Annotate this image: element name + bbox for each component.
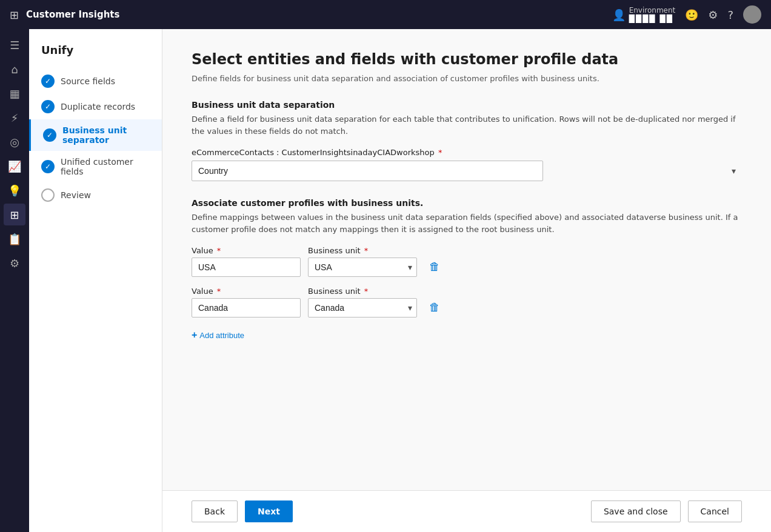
- sidebar-step-unified-fields[interactable]: ✓ Unified customer fields: [29, 151, 162, 182]
- associate-section-title: Associate customer profiles with busines…: [192, 198, 742, 208]
- page-title: Select entities and fields with customer…: [192, 51, 742, 68]
- unit-required-star-2: *: [364, 287, 369, 296]
- body-layout: ☰ ⌂ ▦ ⚡ ◎ 📈 💡 ⊞ 📋 ⚙ Unify ✓ Source field…: [0, 29, 771, 532]
- rail-home-icon[interactable]: ⌂: [4, 58, 25, 80]
- country-dropdown-chevron: ▾: [732, 166, 736, 176]
- user-avatar[interactable]: [743, 5, 761, 24]
- cancel-button[interactable]: Cancel: [688, 500, 742, 522]
- add-attribute-label: Add attribute: [199, 331, 244, 340]
- mapping-col-value-1: Value *: [192, 246, 301, 277]
- environment-icon: 👤: [612, 8, 626, 21]
- value-label-2: Value *: [192, 287, 301, 296]
- country-dropdown[interactable]: Country: [192, 161, 543, 181]
- settings-icon[interactable]: ⚙: [708, 8, 718, 21]
- sidebar-step-source-fields[interactable]: ✓ Source fields: [29, 68, 162, 94]
- topnav-right-section: 👤 Environment ████ ██ 🙂 ⚙ ?: [612, 5, 761, 24]
- sidebar-step-label-business: Business unit separator: [62, 125, 150, 145]
- rail-data-icon[interactable]: ⊞: [4, 204, 25, 225]
- rail-analytics-icon[interactable]: ⚡: [4, 107, 25, 128]
- delete-row-1-button[interactable]: 🗑: [424, 257, 445, 277]
- sidebar-step-review[interactable]: Review: [29, 182, 162, 208]
- unit-select-2[interactable]: Canada: [308, 298, 417, 318]
- step-circle-unified: ✓: [41, 160, 55, 173]
- ecommerce-field-required-star: *: [438, 148, 442, 157]
- unit-select-1[interactable]: USA: [308, 258, 417, 277]
- mapping-row-2: Value * Business unit * Canada: [192, 287, 742, 318]
- footer-right: Save and close Cancel: [591, 500, 742, 522]
- rail-report-icon[interactable]: 📋: [4, 228, 25, 250]
- page-subtitle: Define fields for business unit data sep…: [192, 74, 742, 83]
- step-circle-business: ✓: [43, 128, 56, 142]
- step-circle-duplicate: ✓: [41, 100, 55, 113]
- rail-bulb-icon[interactable]: 💡: [4, 179, 25, 201]
- environment-label: Environment: [629, 6, 676, 15]
- sidebar-step-label-duplicate: Duplicate records: [61, 102, 135, 111]
- unit-select-wrap-1: USA ▾: [308, 258, 417, 277]
- value-required-star-1: *: [217, 246, 221, 255]
- unit-required-star-1: *: [364, 246, 369, 255]
- step-circle-review: [41, 188, 55, 202]
- environment-info: 👤 Environment ████ ██: [612, 6, 676, 24]
- footer: Back Next Save and close Cancel: [162, 490, 771, 532]
- rail-target-icon[interactable]: ◎: [4, 131, 25, 153]
- business-unit-section: Business unit data separation Define a f…: [192, 100, 742, 181]
- help-icon[interactable]: ?: [727, 8, 733, 21]
- mapping-row-1: Value * Business unit * USA: [192, 246, 742, 277]
- value-input-2[interactable]: [192, 298, 301, 318]
- business-unit-section-desc: Define a field for business unit data se…: [192, 113, 742, 137]
- sidebar-step-business-unit[interactable]: ✓ Business unit separator: [29, 119, 162, 151]
- sidebar-step-label-review: Review: [61, 190, 91, 200]
- save-and-close-button[interactable]: Save and close: [591, 500, 681, 522]
- main-scroll: Select entities and fields with customer…: [162, 29, 771, 490]
- sidebar-step-label-unified: Unified customer fields: [61, 157, 150, 176]
- business-unit-section-title: Business unit data separation: [192, 100, 742, 110]
- unit-label-2: Business unit *: [308, 287, 417, 296]
- associate-section-desc: Define mappings between values in the bu…: [192, 211, 742, 235]
- unit-label-1: Business unit *: [308, 246, 417, 255]
- back-button[interactable]: Back: [192, 500, 238, 522]
- plus-icon: +: [192, 330, 197, 341]
- value-label-1: Value *: [192, 246, 301, 255]
- unit-select-wrap-2: Canada ▾: [308, 298, 417, 318]
- main-content: Select entities and fields with customer…: [162, 29, 771, 532]
- sidebar-header: Unify: [29, 39, 162, 68]
- step-circle-source: ✓: [41, 75, 55, 88]
- country-dropdown-wrap: Country ▾: [192, 161, 742, 181]
- sidebar: Unify ✓ Source fields ✓ Duplicate record…: [29, 29, 162, 532]
- mapping-col-value-2: Value *: [192, 287, 301, 318]
- ecommerce-field-label: eCommerceContacts : CustomerInsightsinad…: [192, 148, 742, 157]
- mapping-col-unit-2: Business unit * Canada ▾: [308, 287, 417, 318]
- rail-chart-icon[interactable]: 📈: [4, 155, 25, 177]
- add-attribute-button[interactable]: + Add attribute: [192, 327, 244, 343]
- grid-icon[interactable]: ⊞: [10, 8, 19, 21]
- top-navigation: ⊞ Customer Insights 👤 Environment ████ █…: [0, 0, 771, 29]
- rail-menu-icon[interactable]: ☰: [4, 34, 25, 56]
- rail-dashboard-icon[interactable]: ▦: [4, 82, 25, 104]
- associate-section: Associate customer profiles with busines…: [192, 198, 742, 343]
- sidebar-step-duplicate-records[interactable]: ✓ Duplicate records: [29, 94, 162, 119]
- delete-row-2-button[interactable]: 🗑: [424, 298, 445, 318]
- environment-value: ████ ██: [629, 15, 676, 23]
- left-rail: ☰ ⌂ ▦ ⚡ ◎ 📈 💡 ⊞ 📋 ⚙: [0, 29, 29, 532]
- smiley-icon[interactable]: 🙂: [685, 8, 698, 21]
- app-title: Customer Insights: [26, 9, 119, 20]
- rail-settings-icon[interactable]: ⚙: [4, 252, 25, 274]
- mapping-col-unit-1: Business unit * USA ▾: [308, 246, 417, 277]
- next-button[interactable]: Next: [245, 500, 293, 522]
- sidebar-step-label-source: Source fields: [61, 76, 115, 86]
- value-required-star-2: *: [217, 287, 221, 296]
- value-input-1[interactable]: [192, 258, 301, 277]
